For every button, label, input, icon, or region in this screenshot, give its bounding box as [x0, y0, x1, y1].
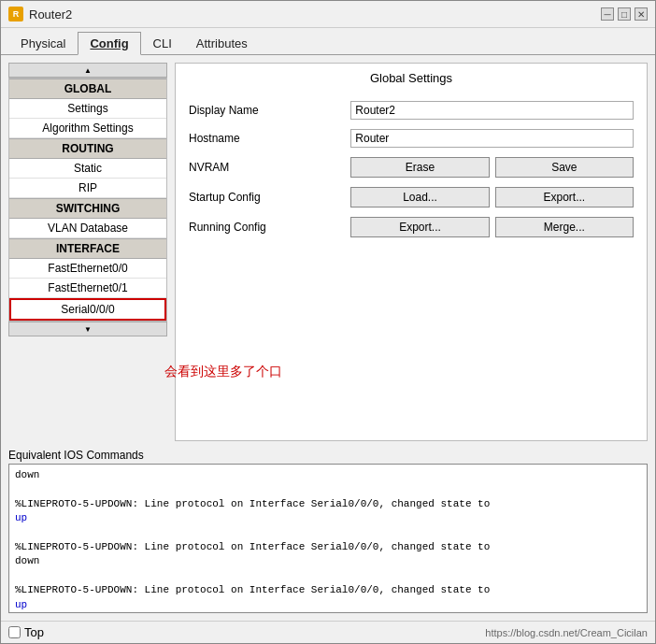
nav-header-switching: SWITCHING [9, 198, 166, 219]
ios-line-1: down [15, 468, 641, 482]
ios-line-blank-2 [15, 526, 641, 540]
display-name-label: Display Name [183, 96, 345, 124]
tab-physical[interactable]: Physical [8, 32, 78, 54]
ios-line-3: up [15, 511, 641, 525]
annotation-text: 会看到这里多了个口 [164, 364, 282, 380]
top-checkbox[interactable] [8, 626, 21, 638]
window-title: Router2 [29, 7, 72, 21]
content-area: ▲ GLOBAL Settings Algorithm Settings ROU… [1, 55, 655, 449]
nav-item-static[interactable]: Static [9, 159, 166, 179]
nav-header-interface: INTERFACE [9, 238, 166, 259]
nvram-label: NVRAM [183, 152, 345, 182]
ios-commands-box[interactable]: down %LINEPROTO-5-UPDOWN: Line protocol … [8, 464, 648, 613]
nvram-buttons: Erase Save [350, 157, 634, 178]
ios-line-blank-1 [15, 482, 641, 496]
running-export-button[interactable]: Export... [350, 217, 489, 237]
title-bar: R Router2 ─ □ ✕ [1, 1, 655, 28]
nav-header-global: GLOBAL [9, 79, 166, 99]
left-nav-panel: GLOBAL Settings Algorithm Settings ROUTI… [8, 78, 167, 322]
ios-line-blank-3 [15, 569, 641, 583]
ios-line-6: %LINEPROTO-5-UPDOWN: Line protocol on In… [15, 583, 641, 597]
running-config-buttons: Export... Merge... [350, 217, 634, 237]
nav-item-fastethernet00[interactable]: FastEthernet0/0 [9, 259, 166, 279]
nav-item-algorithm-settings[interactable]: Algorithm Settings [9, 119, 166, 138]
hostname-label: Hostname [183, 124, 345, 152]
scroll-down-button[interactable]: ▼ [8, 322, 167, 336]
nav-header-routing: ROUTING [9, 138, 166, 159]
ios-commands-label: Equivalent IOS Commands [8, 449, 648, 462]
hostname-input[interactable] [350, 129, 634, 148]
display-name-input[interactable] [350, 101, 634, 120]
nav-item-rip[interactable]: RIP [9, 179, 166, 198]
save-button[interactable]: Save [495, 157, 634, 178]
bottom-section: Equivalent IOS Commands down %LINEPROTO-… [1, 449, 655, 621]
nav-item-serial000[interactable]: Serial0/0/0 [9, 298, 166, 321]
main-window: R Router2 ─ □ ✕ Physical Config CLI Attr… [0, 0, 656, 644]
ios-line-5: down [15, 554, 641, 568]
running-config-row: Running Config Export... Merge... [183, 212, 639, 242]
tab-attributes[interactable]: Attributes [184, 32, 260, 54]
tab-cli[interactable]: CLI [141, 32, 184, 54]
ios-line-4: %LINEPROTO-5-UPDOWN: Line protocol on In… [15, 540, 641, 554]
footer-bar: Top https://blog.csdn.net/Cream_Cicilan [1, 621, 655, 643]
nvram-row: NVRAM Erase Save [183, 152, 639, 182]
app-icon: R [8, 7, 23, 21]
tab-bar: Physical Config CLI Attributes [1, 28, 655, 55]
startup-config-label: Startup Config [183, 182, 345, 212]
nav-item-fastethernet01[interactable]: FastEthernet0/1 [9, 279, 166, 298]
footer-checkbox-row: Top [8, 625, 44, 639]
startup-config-row: Startup Config Load... Export... [183, 182, 639, 212]
running-config-label: Running Config [183, 212, 345, 242]
minimize-button[interactable]: ─ [601, 7, 614, 21]
erase-button[interactable]: Erase [350, 157, 489, 178]
close-button[interactable]: ✕ [635, 7, 648, 21]
settings-table: Display Name Hostname NVRAM [183, 96, 639, 242]
nav-item-settings[interactable]: Settings [9, 99, 166, 119]
right-panel: Global Settings Display Name Hostname [175, 63, 648, 441]
display-name-row: Display Name [183, 96, 639, 124]
ios-line-7: up [15, 598, 641, 612]
ios-line-2: %LINEPROTO-5-UPDOWN: Line protocol on In… [15, 497, 641, 511]
load-button[interactable]: Load... [350, 187, 489, 208]
panel-title: Global Settings [183, 71, 639, 85]
title-bar-left: R Router2 [8, 7, 72, 21]
top-label: Top [24, 625, 44, 639]
startup-export-button[interactable]: Export... [495, 187, 634, 208]
hostname-row: Hostname [183, 124, 639, 152]
maximize-button[interactable]: □ [618, 7, 631, 21]
tab-config[interactable]: Config [78, 32, 140, 55]
scroll-up-button[interactable]: ▲ [8, 63, 167, 78]
footer-url: https://blog.csdn.net/Cream_Cicilan [485, 627, 648, 638]
merge-button[interactable]: Merge... [495, 217, 634, 237]
nav-item-vlan-database[interactable]: VLAN Database [9, 219, 166, 238]
title-controls: ─ □ ✕ [601, 7, 648, 21]
startup-config-buttons: Load... Export... [350, 187, 634, 208]
